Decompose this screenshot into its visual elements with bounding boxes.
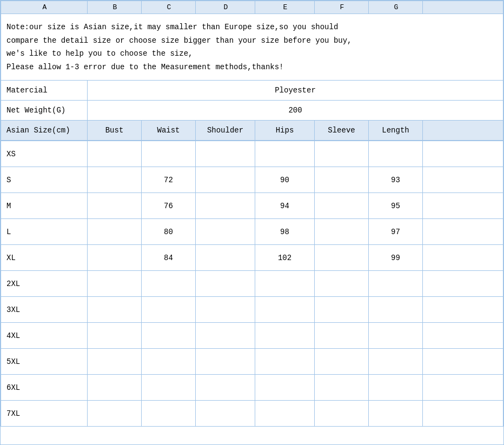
cell-extra-3 [423, 219, 503, 245]
cell-bust-4 [88, 245, 142, 271]
col-letter-d: D [196, 1, 255, 14]
cell-extra-8 [423, 349, 503, 375]
cell-shoulder-4 [196, 245, 255, 271]
cell-length-10 [369, 401, 423, 427]
cell-shoulder-6 [196, 297, 255, 323]
cell-bust-0 [88, 141, 142, 167]
cell-extra-2 [423, 193, 503, 219]
cell-hips-1: 90 [255, 167, 315, 193]
cell-length-7 [369, 323, 423, 349]
cell-extra-1 [423, 167, 503, 193]
cell-size-7: 4XL [1, 323, 88, 349]
cell-size-6: 3XL [1, 297, 88, 323]
cell-waist-2: 76 [142, 193, 196, 219]
material-label: Matercial [1, 81, 88, 101]
cell-shoulder-9 [196, 375, 255, 401]
cell-extra-5 [423, 271, 503, 297]
cell-waist-5 [142, 271, 196, 297]
header-hips: Hips [255, 121, 315, 141]
table-row: S729093 [1, 167, 503, 193]
cell-waist-9 [142, 375, 196, 401]
cell-size-10: 7XL [1, 401, 88, 427]
cell-hips-4: 102 [255, 245, 315, 271]
table-row: 2XL [1, 271, 503, 297]
cell-size-1: S [1, 167, 88, 193]
cell-bust-6 [88, 297, 142, 323]
cell-extra-9 [423, 375, 503, 401]
cell-waist-10 [142, 401, 196, 427]
cell-extra-7 [423, 323, 503, 349]
column-headers-row: Asian Size(cm) Bust Waist Shoulder Hips … [1, 121, 503, 141]
cell-waist-6 [142, 297, 196, 323]
cell-waist-1: 72 [142, 167, 196, 193]
note-row: Note:our size is Asian size,it may small… [1, 14, 503, 81]
cell-hips-7 [255, 323, 315, 349]
cell-length-2: 95 [369, 193, 423, 219]
table-row: L809897 [1, 219, 503, 245]
table-row: 5XL [1, 349, 503, 375]
cell-hips-2: 94 [255, 193, 315, 219]
column-letters-row: A B C D E F G [1, 1, 503, 14]
cell-waist-7 [142, 323, 196, 349]
cell-hips-0 [255, 141, 315, 167]
cell-sleeve-10 [315, 401, 369, 427]
cell-shoulder-8 [196, 349, 255, 375]
cell-length-4: 99 [369, 245, 423, 271]
table-row: 4XL [1, 323, 503, 349]
col-letter-c: C [142, 1, 196, 14]
cell-hips-5 [255, 271, 315, 297]
cell-hips-10 [255, 401, 315, 427]
cell-hips-8 [255, 349, 315, 375]
cell-extra-10 [423, 401, 503, 427]
material-value: Ployester [88, 81, 503, 101]
cell-bust-9 [88, 375, 142, 401]
header-size: Asian Size(cm) [1, 121, 88, 141]
cell-length-6 [369, 297, 423, 323]
cell-bust-8 [88, 349, 142, 375]
cell-hips-9 [255, 375, 315, 401]
cell-extra-0 [423, 141, 503, 167]
cell-shoulder-3 [196, 219, 255, 245]
cell-size-5: 2XL [1, 271, 88, 297]
cell-bust-7 [88, 323, 142, 349]
table-row: M769495 [1, 193, 503, 219]
cell-waist-0 [142, 141, 196, 167]
cell-waist-3: 80 [142, 219, 196, 245]
cell-sleeve-0 [315, 141, 369, 167]
cell-size-2: M [1, 193, 88, 219]
cell-size-4: XL [1, 245, 88, 271]
cell-sleeve-1 [315, 167, 369, 193]
cell-sleeve-3 [315, 219, 369, 245]
cell-shoulder-5 [196, 271, 255, 297]
cell-bust-10 [88, 401, 142, 427]
col-letter-e: E [255, 1, 315, 14]
note-line2: compare the detail size or choose size b… [6, 36, 352, 45]
cell-bust-5 [88, 271, 142, 297]
cell-sleeve-6 [315, 297, 369, 323]
col-letter-b: B [88, 1, 142, 14]
cell-shoulder-2 [196, 193, 255, 219]
table-row: XL8410299 [1, 245, 503, 271]
material-row: Matercial Ployester [1, 81, 503, 101]
cell-bust-1 [88, 167, 142, 193]
cell-length-5 [369, 271, 423, 297]
cell-size-8: 5XL [1, 349, 88, 375]
note-line4: Please allow 1-3 error due to the Measur… [6, 63, 283, 71]
cell-waist-4: 84 [142, 245, 196, 271]
header-bust: Bust [88, 121, 142, 141]
cell-size-0: XS [1, 141, 88, 167]
cell-sleeve-5 [315, 271, 369, 297]
cell-shoulder-10 [196, 401, 255, 427]
col-letter-g: G [369, 1, 423, 14]
cell-bust-3 [88, 219, 142, 245]
data-table: XSS729093M769495L809897XL84102992XL3XL4X… [1, 141, 503, 427]
header-extra [423, 121, 503, 141]
cell-hips-3: 98 [255, 219, 315, 245]
header-waist: Waist [142, 121, 196, 141]
cell-bust-2 [88, 193, 142, 219]
cell-shoulder-1 [196, 167, 255, 193]
cell-hips-6 [255, 297, 315, 323]
note-cell: Note:our size is Asian size,it may small… [1, 14, 503, 81]
cell-sleeve-2 [315, 193, 369, 219]
cell-length-3: 97 [369, 219, 423, 245]
